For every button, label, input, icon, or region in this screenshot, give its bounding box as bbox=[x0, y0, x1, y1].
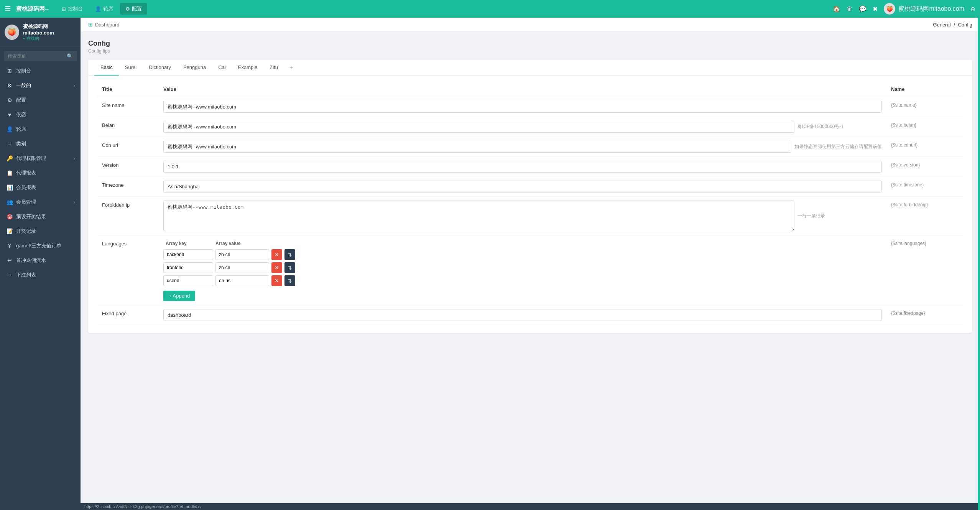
breadcrumb-right: General / Config bbox=[933, 22, 972, 28]
user-area[interactable]: 🍑 蜜桃源码网mitaobo.com bbox=[884, 3, 964, 15]
sidebar-item-game6-order[interactable]: ¥ game6三方充值订单 bbox=[0, 239, 81, 253]
sitename-input[interactable] bbox=[163, 101, 882, 113]
lang-delete-1[interactable]: ✕ bbox=[271, 262, 282, 273]
sidebar-item-rebate-flow[interactable]: ↩ 首冲返佣流水 bbox=[0, 253, 81, 268]
fullscreen-icon[interactable]: ✖ bbox=[873, 5, 878, 13]
lang-delete-2[interactable]: ✕ bbox=[271, 275, 282, 286]
table-row: Version {$site.version} bbox=[97, 157, 963, 177]
sidebar-item-category[interactable]: ≡ 类别 bbox=[0, 137, 81, 151]
search-icon[interactable]: 🔍 bbox=[67, 53, 73, 59]
preset-result-icon: 🎯 bbox=[6, 214, 13, 220]
nav-item-wheel[interactable]: 👤 轮席 bbox=[90, 3, 118, 15]
sidebar-item-agent-report[interactable]: 📋 代理报表 bbox=[0, 166, 81, 180]
config-nav-label: 配置 bbox=[132, 5, 142, 12]
field-label-languages: Languages bbox=[97, 235, 159, 305]
config-icon: ⚙ bbox=[6, 97, 13, 103]
page-title: Config bbox=[88, 39, 972, 48]
forbiddenip-hint: 一行一条记录 bbox=[797, 213, 882, 219]
col-value: Value bbox=[159, 83, 886, 97]
hamburger-icon[interactable]: ☰ bbox=[5, 5, 11, 13]
lang-move-1[interactable]: ⇅ bbox=[284, 262, 295, 273]
sidebar-item-label: 会员报表 bbox=[16, 184, 36, 191]
lang-val-0[interactable] bbox=[215, 249, 269, 260]
sidebar-item-draw-record[interactable]: 📝 开奖记录 bbox=[0, 224, 81, 239]
sidebar-item-label: 一般的 bbox=[16, 82, 31, 89]
page-subtitle: Config tips bbox=[88, 48, 972, 54]
sidebar-user-section: 🍑 蜜桃源码网mitaobo.com 在线的 bbox=[0, 18, 81, 47]
tab-basic[interactable]: Basic bbox=[94, 60, 119, 76]
category-icon: ≡ bbox=[6, 141, 13, 147]
lang-val-1[interactable] bbox=[215, 262, 269, 273]
cdnurl-input[interactable] bbox=[163, 141, 791, 153]
version-input[interactable] bbox=[163, 161, 882, 173]
sidebar-item-member-report[interactable]: 📊 会员报表 bbox=[0, 180, 81, 195]
array-row-frontend: ✕ ⇅ bbox=[163, 262, 882, 273]
wheel-nav-icon: 👤 bbox=[95, 6, 101, 12]
home-icon[interactable]: 🏠 bbox=[833, 5, 840, 13]
top-nav-items: ⊞ 控制台 👤 轮席 ⚙ 配置 bbox=[56, 3, 833, 15]
sidebar-item-wheel[interactable]: 👤 轮席 bbox=[0, 122, 81, 137]
trash-icon[interactable]: 🗑 bbox=[847, 5, 853, 12]
sidebar-item-dashboard[interactable]: ⊞ 控制台 bbox=[0, 64, 81, 78]
table-row: Timezone {$site.timezone} bbox=[97, 177, 963, 197]
lang-move-2[interactable]: ⇅ bbox=[284, 275, 295, 286]
breadcrumb-dashboard[interactable]: Dashboard bbox=[95, 22, 120, 28]
sidebar-item-label: 预设开奖结果 bbox=[16, 213, 46, 220]
sidebar-item-general[interactable]: ⚙ 一般的 bbox=[0, 78, 81, 93]
fixedpage-input[interactable] bbox=[163, 309, 882, 321]
sidebar-item-preset-result[interactable]: 🎯 预设开奖结果 bbox=[0, 209, 81, 224]
sidebar-item-bet-list[interactable]: ≡ 下注列表 bbox=[0, 268, 81, 282]
timezone-input[interactable] bbox=[163, 181, 882, 192]
expand-icon[interactable]: ⊕ bbox=[970, 5, 975, 13]
url-bar: https://2.zzxxb.cc/zxftNsHkXg.php/genera… bbox=[81, 503, 980, 510]
agent-report-icon: 📋 bbox=[6, 170, 13, 176]
page-header: Config Config tips bbox=[88, 39, 972, 54]
array-header: Array key Array value bbox=[163, 239, 882, 248]
tab-pengguna[interactable]: Pengguna bbox=[177, 60, 212, 76]
sidebar-item-agent-perm[interactable]: 🔑 代理权限管理 bbox=[0, 151, 81, 166]
search-input[interactable] bbox=[8, 54, 67, 59]
tab-dictionary[interactable]: Dictionary bbox=[143, 60, 177, 76]
sidebar-item-label: 代理报表 bbox=[16, 169, 36, 176]
tab-surel[interactable]: Surel bbox=[119, 60, 143, 76]
lang-key-0[interactable] bbox=[163, 249, 213, 260]
sidebar-item-label: 配置 bbox=[16, 97, 26, 104]
sidebar-item-member-manage[interactable]: 👥 会员管理 bbox=[0, 195, 81, 209]
main-layout: 🍑 蜜桃源码网mitaobo.com 在线的 🔍 ⊞ 控制台 ⚙ 一般的 ⚙ 配… bbox=[0, 18, 980, 510]
lang-key-1[interactable] bbox=[163, 262, 213, 273]
lang-move-0[interactable]: ⇅ bbox=[284, 249, 295, 260]
lang-val-2[interactable] bbox=[215, 275, 269, 286]
tab-add-button[interactable]: + bbox=[284, 61, 298, 74]
tab-example[interactable]: Example bbox=[232, 60, 264, 76]
beian-input-row: 粤ICP备15000000号-1 bbox=[163, 121, 882, 133]
dashboard-icon: ⊞ bbox=[6, 68, 13, 74]
sidebar-item-config[interactable]: ⚙ 配置 bbox=[0, 93, 81, 107]
array-row-backend: ✕ ⇅ bbox=[163, 249, 882, 260]
tab-cai[interactable]: Cai bbox=[212, 60, 232, 76]
game6-order-icon: ¥ bbox=[6, 243, 13, 249]
lang-key-2[interactable] bbox=[163, 275, 213, 286]
lang-append-button[interactable]: + Append bbox=[163, 291, 195, 301]
lang-delete-0[interactable]: ✕ bbox=[271, 249, 282, 260]
config-nav-icon: ⚙ bbox=[125, 6, 130, 12]
sidebar-search-box[interactable]: 🔍 bbox=[4, 51, 77, 61]
col-name: Name bbox=[886, 83, 963, 97]
sidebar-item-yilian[interactable]: ♥ 依恋 bbox=[0, 107, 81, 122]
yilian-icon: ♥ bbox=[6, 112, 13, 118]
field-label-timezone: Timezone bbox=[97, 177, 159, 197]
table-row-languages: Languages Array key Array value bbox=[97, 235, 963, 305]
nav-item-dashboard[interactable]: ⊞ 控制台 bbox=[56, 3, 88, 15]
member-manage-icon: 👥 bbox=[6, 199, 13, 205]
agent-perm-icon: 🔑 bbox=[6, 155, 13, 161]
tab-zifu[interactable]: Zifu bbox=[263, 60, 284, 76]
forbiddenip-textarea[interactable]: 蜜桃源码网--www.mitaobo.com bbox=[163, 201, 794, 231]
beian-hint: 粤ICP备15000000号-1 bbox=[797, 123, 882, 130]
general-icon: ⚙ bbox=[6, 82, 13, 89]
field-name-timezone: {$site.timezone} bbox=[886, 177, 963, 197]
wheel-nav-label: 轮席 bbox=[103, 5, 113, 12]
breadcrumb-icon: ⊞ bbox=[88, 21, 93, 28]
nav-item-config[interactable]: ⚙ 配置 bbox=[120, 3, 147, 15]
table-row: Cdn url 如果静态资源使用第三方云储存请配置该值 {$site.cdnur… bbox=[97, 137, 963, 157]
beian-input[interactable] bbox=[163, 121, 794, 133]
chat-icon[interactable]: 💬 bbox=[859, 5, 867, 13]
